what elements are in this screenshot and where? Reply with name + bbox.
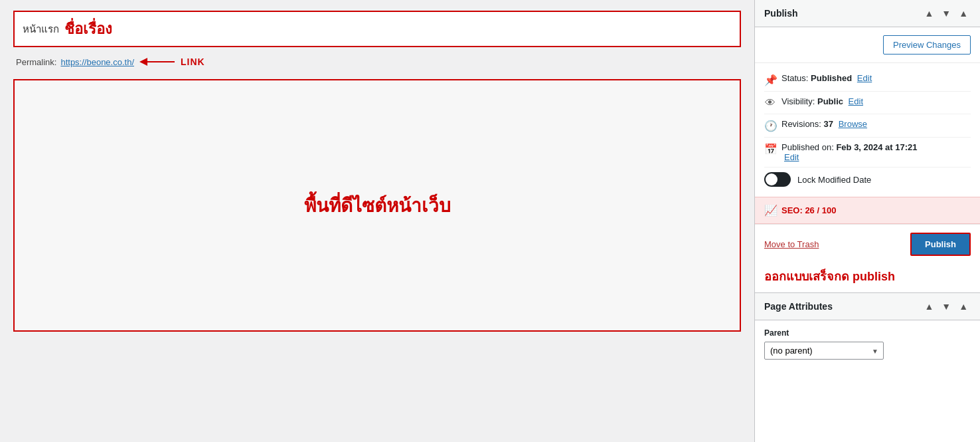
- permalink-url[interactable]: https://beone.co.th/: [60, 57, 134, 67]
- revisions-text: Revisions: 37 Browse: [781, 119, 971, 129]
- publish-panel-title: Publish: [764, 8, 798, 19]
- seo-bar: 📈 SEO: 26 / 100: [755, 197, 980, 224]
- preview-changes-area: Preview Changes: [755, 27, 980, 63]
- parent-select-wrapper: (no parent) ▼: [764, 342, 884, 360]
- status-value: Published: [811, 73, 852, 83]
- status-text: Status: Published Edit: [781, 73, 971, 83]
- page-attributes-title: Page Attributes: [764, 301, 833, 312]
- seo-score-text: SEO: 26 / 100: [781, 205, 836, 215]
- page-title-input[interactable]: ชื่อเรื่อง: [64, 17, 732, 41]
- calendar-icon: 📅: [764, 143, 776, 156]
- revisions-row: 🕐 Revisions: 37 Browse: [764, 114, 971, 138]
- published-on-text: Published on: Feb 3, 2024 at 17:21 Edit: [781, 142, 971, 162]
- revisions-browse-link[interactable]: Browse: [839, 119, 867, 129]
- toggle-knob: [766, 173, 777, 185]
- page-attributes-panel-header: Page Attributes ▲ ▼ ▲: [755, 292, 980, 320]
- published-on-edit-link[interactable]: Edit: [784, 152, 799, 162]
- visibility-icon: 👁: [764, 97, 776, 109]
- parent-field-label: Parent: [764, 328, 971, 338]
- publish-actions: Move to Trash Publish: [755, 224, 980, 264]
- editor-area[interactable]: พื้นที่ดีไซต์หน้าเว็บ: [13, 79, 741, 332]
- visibility-row: 👁 Visibility: Public Edit: [764, 92, 971, 114]
- arrow-icon: [138, 54, 178, 70]
- page-attrs-collapse-up[interactable]: ▲: [922, 300, 936, 313]
- preview-changes-button[interactable]: Preview Changes: [883, 35, 971, 55]
- publish-panel-header: Publish ▲ ▼ ▲: [755, 0, 980, 27]
- permalink-row: Permalink: https://beone.co.th/ LINK: [13, 54, 741, 70]
- status-edit-link[interactable]: Edit: [857, 73, 872, 83]
- page-attrs-toggle[interactable]: ▲: [956, 300, 971, 313]
- publish-annotation: ออกแบบเสร็จกด publish: [755, 264, 980, 292]
- permalink-label: Permalink:: [16, 57, 56, 67]
- link-label: LINK: [181, 56, 205, 67]
- parent-select[interactable]: (no parent): [764, 342, 884, 360]
- lock-modified-row: Lock Modified Date: [764, 167, 971, 191]
- publish-meta: 📌 Status: Published Edit 👁 Visibility: P…: [755, 63, 980, 197]
- publish-panel-collapse-up[interactable]: ▲: [922, 7, 936, 20]
- revisions-icon: 🕐: [764, 120, 776, 132]
- published-on-value: Feb 3, 2024 at 17:21: [836, 142, 917, 152]
- page-attributes-controls: ▲ ▼ ▲: [922, 300, 971, 313]
- lock-modified-toggle[interactable]: [764, 172, 791, 187]
- breadcrumb: หน้าแรก: [23, 21, 59, 37]
- visibility-text: Visibility: Public Edit: [781, 96, 971, 106]
- move-to-trash-button[interactable]: Move to Trash: [764, 239, 819, 249]
- editor-placeholder-text: พื้นที่ดีไซต์หน้าเว็บ: [304, 191, 451, 220]
- page-attributes-body: Parent (no parent) ▼: [755, 320, 980, 368]
- visibility-edit-link[interactable]: Edit: [849, 96, 863, 106]
- status-row: 📌 Status: Published Edit: [764, 68, 971, 92]
- lock-modified-label: Lock Modified Date: [797, 175, 871, 185]
- sidebar: Publish ▲ ▼ ▲ Preview Changes 📌 Status: …: [754, 0, 980, 442]
- main-content: หน้าแรก ชื่อเรื่อง Permalink: https://be…: [0, 0, 754, 442]
- link-annotation-group: LINK: [138, 54, 205, 70]
- title-box: หน้าแรก ชื่อเรื่อง: [13, 11, 741, 47]
- publish-button[interactable]: Publish: [910, 233, 971, 256]
- seo-icon: 📈: [764, 204, 777, 217]
- visibility-value: Public: [817, 96, 843, 106]
- publish-panel-controls: ▲ ▼ ▲: [922, 7, 971, 20]
- published-on-row: 📅 Published on: Feb 3, 2024 at 17:21 Edi…: [764, 138, 971, 167]
- page-attrs-collapse-down[interactable]: ▼: [939, 300, 953, 313]
- status-icon: 📌: [764, 74, 776, 86]
- publish-panel-toggle[interactable]: ▲: [956, 7, 971, 20]
- revisions-value: 37: [824, 119, 833, 129]
- publish-panel-collapse-down[interactable]: ▼: [939, 7, 953, 20]
